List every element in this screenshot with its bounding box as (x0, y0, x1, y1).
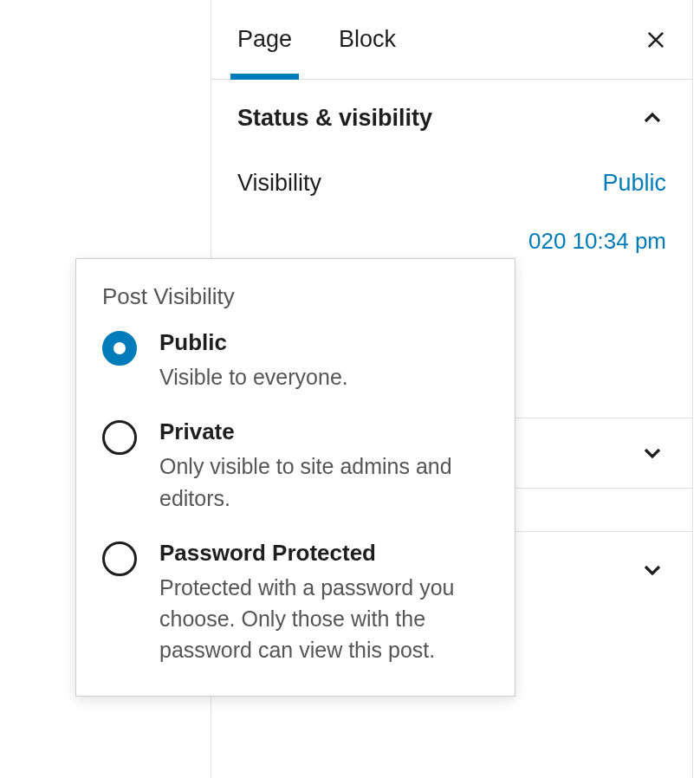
post-visibility-popover: Post Visibility Public Visible to everyo… (75, 258, 515, 697)
chevron-down-icon (638, 556, 666, 584)
radio-desc: Only visible to site admins and editors. (159, 451, 489, 514)
close-icon (644, 28, 668, 52)
radio-label: Public (159, 329, 489, 356)
visibility-option-password[interactable]: Password Protected Protected with a pass… (102, 540, 489, 666)
radio-label: Private (159, 418, 489, 445)
close-settings-button[interactable] (640, 24, 671, 55)
radio-content: Password Protected Protected with a pass… (159, 540, 489, 666)
radio-icon (102, 541, 137, 576)
radio-label: Password Protected (159, 540, 489, 567)
visibility-row: Visibility Public (237, 154, 666, 212)
radio-content: Private Only visible to site admins and … (159, 418, 489, 514)
radio-content: Public Visible to everyone. (159, 329, 489, 392)
visibility-option-public[interactable]: Public Visible to everyone. (102, 329, 489, 392)
visibility-label: Visibility (237, 170, 321, 197)
tab-page[interactable]: Page (237, 0, 292, 79)
settings-tabs: Page Block (211, 0, 692, 80)
chevron-down-icon (638, 439, 666, 467)
radio-icon (102, 420, 137, 455)
status-visibility-panel-header[interactable]: Status & visibility (211, 80, 692, 154)
publish-value[interactable]: 020 10:34 pm (528, 228, 666, 255)
visibility-option-private[interactable]: Private Only visible to site admins and … (102, 418, 489, 514)
visibility-value[interactable]: Public (602, 170, 666, 197)
post-visibility-title: Post Visibility (102, 283, 489, 310)
chevron-up-icon (638, 104, 666, 132)
radio-icon (102, 331, 137, 366)
radio-desc: Visible to everyone. (159, 361, 489, 392)
status-visibility-title: Status & visibility (237, 105, 432, 132)
radio-desc: Protected with a password you choose. On… (159, 572, 489, 666)
tab-block[interactable]: Block (339, 0, 396, 79)
